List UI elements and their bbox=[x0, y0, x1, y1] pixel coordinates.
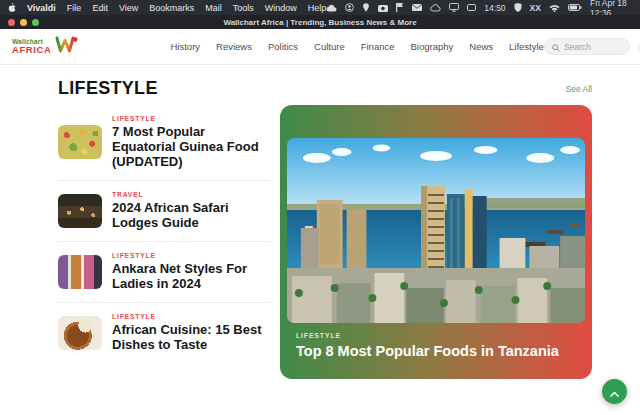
article-category: LIFESTYLE bbox=[112, 252, 270, 259]
article-title[interactable]: African Cuisine: 15 Best Dishes to Taste bbox=[112, 323, 270, 353]
wifi-icon[interactable] bbox=[549, 4, 560, 12]
nav-item-culture[interactable]: Culture bbox=[314, 41, 345, 52]
see-all-link[interactable]: See All bbox=[566, 84, 592, 94]
menubar-item-mail[interactable]: Mail bbox=[205, 3, 222, 13]
zoom-button[interactable] bbox=[32, 19, 39, 26]
menubar-item-vivaldi[interactable]: Vivaldi bbox=[27, 3, 56, 13]
menubar-item-edit[interactable]: Edit bbox=[92, 3, 108, 13]
menubar-item-tools[interactable]: Tools bbox=[233, 3, 254, 13]
battery-icon[interactable] bbox=[568, 4, 582, 11]
menubar-item-window[interactable]: Window bbox=[265, 3, 297, 13]
menubar-item-bookmarks[interactable]: Bookmarks bbox=[149, 3, 194, 13]
chevron-up-icon bbox=[610, 383, 619, 401]
article-thumbnail[interactable] bbox=[58, 255, 102, 289]
search-input[interactable] bbox=[564, 42, 624, 52]
user-circle-icon[interactable] bbox=[345, 3, 354, 12]
apple-menu-icon[interactable] bbox=[8, 3, 16, 13]
article-thumbnail[interactable] bbox=[58, 316, 102, 350]
article-text: TRAVEL 2024 African Safari Lodges Guide bbox=[112, 191, 270, 231]
location-icon[interactable] bbox=[362, 3, 370, 12]
display-icon[interactable] bbox=[449, 3, 459, 12]
featured-image bbox=[287, 138, 585, 323]
scroll-to-top-button[interactable] bbox=[602, 379, 627, 404]
nav-item-politics[interactable]: Politics bbox=[268, 41, 298, 52]
nav-item-reviews[interactable]: Reviews bbox=[216, 41, 252, 52]
cloud-icon[interactable] bbox=[326, 4, 337, 12]
window-title: Wallchart Africa | Trending, Business Ne… bbox=[223, 18, 416, 27]
shield-icon[interactable] bbox=[514, 3, 522, 12]
site-logo[interactable]: Wallchart AFRICA bbox=[12, 36, 79, 57]
logo-text: Wallchart AFRICA bbox=[12, 39, 52, 55]
menubar-item-view[interactable]: View bbox=[119, 3, 138, 13]
tanzania-cityscape-image bbox=[287, 138, 585, 323]
nav-item-news[interactable]: News bbox=[469, 41, 493, 52]
site-header: Wallchart AFRICA HistoryReviewsPoliticsC… bbox=[0, 29, 640, 65]
article-list-item[interactable]: LIFESTYLE African Cuisine: 15 Best Dishe… bbox=[58, 303, 270, 363]
page-title: LIFESTYLE bbox=[58, 78, 158, 99]
battery-time: 14:50 bbox=[484, 3, 505, 13]
article-list-item[interactable]: LIFESTYLE Ankara Net Styles For Ladies i… bbox=[58, 242, 270, 303]
macos-menubar: VivaldiFileEditViewBookmarksMailToolsWin… bbox=[0, 0, 640, 15]
input-source-indicator[interactable]: XX bbox=[530, 3, 541, 13]
mail-icon[interactable] bbox=[412, 4, 422, 11]
main-nav: HistoryReviewsPoliticsCultureFinanceBiog… bbox=[171, 41, 544, 52]
article-category: LIFESTYLE bbox=[112, 115, 270, 122]
article-list: LIFESTYLE 7 Most Popular Equatorial Guin… bbox=[58, 105, 270, 379]
browser-titlebar: Wallchart Africa | Trending, Business Ne… bbox=[0, 15, 640, 29]
article-list-item[interactable]: LIFESTYLE 7 Most Popular Equatorial Guin… bbox=[58, 105, 270, 181]
article-thumbnail[interactable] bbox=[58, 125, 102, 159]
menubar-items: VivaldiFileEditViewBookmarksMailToolsWin… bbox=[27, 3, 326, 13]
featured-category: LIFESTYLE bbox=[296, 332, 576, 339]
logo-w-mark-icon bbox=[55, 36, 79, 57]
article-title[interactable]: 2024 African Safari Lodges Guide bbox=[112, 201, 270, 231]
main-content: LIFESTYLE 7 Most Popular Equatorial Guin… bbox=[58, 105, 592, 379]
nav-item-finance[interactable]: Finance bbox=[361, 41, 395, 52]
menubar-item-help[interactable]: Help bbox=[308, 3, 327, 13]
article-text: LIFESTYLE African Cuisine: 15 Best Dishe… bbox=[112, 313, 270, 353]
featured-card[interactable]: LIFESTYLE Top 8 Most Popular Foods in Ta… bbox=[280, 105, 592, 379]
article-title[interactable]: Ankara Net Styles For Ladies in 2024 bbox=[112, 262, 270, 292]
flag-icon[interactable] bbox=[396, 3, 404, 12]
search-icon bbox=[552, 38, 560, 56]
article-text: LIFESTYLE 7 Most Popular Equatorial Guin… bbox=[112, 115, 270, 170]
menubar-item-file[interactable]: File bbox=[67, 3, 82, 13]
close-button[interactable] bbox=[8, 19, 15, 26]
traffic-lights bbox=[8, 19, 39, 26]
search-box[interactable] bbox=[544, 38, 630, 55]
battery-small-icon[interactable] bbox=[467, 4, 476, 11]
minimize-button[interactable] bbox=[20, 19, 27, 26]
featured-title[interactable]: Top 8 Most Popular Foods in Tanzania bbox=[296, 343, 576, 359]
logo-line2: AFRICA bbox=[12, 45, 52, 55]
cloud-sync-icon[interactable] bbox=[430, 4, 441, 12]
section-header: LIFESTYLE See All bbox=[58, 78, 592, 99]
article-list-item[interactable]: TRAVEL 2024 African Safari Lodges Guide bbox=[58, 181, 270, 242]
menubar-left: VivaldiFileEditViewBookmarksMailToolsWin… bbox=[8, 3, 326, 13]
screen: VivaldiFileEditViewBookmarksMailToolsWin… bbox=[0, 0, 640, 415]
nav-item-biography[interactable]: Biography bbox=[411, 41, 454, 52]
header-actions bbox=[544, 38, 640, 56]
nav-item-history[interactable]: History bbox=[171, 41, 201, 52]
article-title[interactable]: 7 Most Popular Equatorial Guinea Food (U… bbox=[112, 125, 270, 170]
nav-item-lifestyle[interactable]: Lifestyle bbox=[509, 41, 544, 52]
article-category: TRAVEL bbox=[112, 191, 270, 198]
article-text: LIFESTYLE Ankara Net Styles For Ladies i… bbox=[112, 252, 270, 292]
featured-text: LIFESTYLE Top 8 Most Popular Foods in Ta… bbox=[287, 323, 585, 359]
screenshot-icon[interactable] bbox=[378, 4, 388, 12]
article-thumbnail[interactable] bbox=[58, 194, 102, 228]
article-category: LIFESTYLE bbox=[112, 313, 270, 320]
